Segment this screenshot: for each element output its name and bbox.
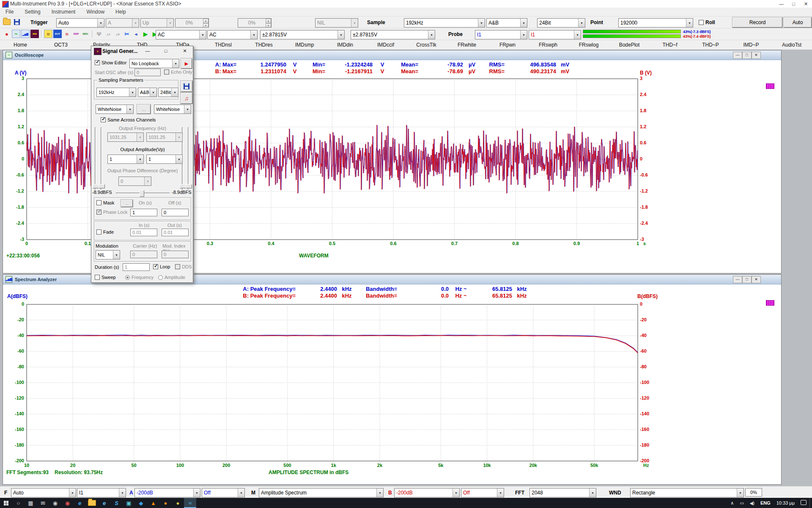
dds-checkbox[interactable]: DDS [175, 264, 192, 269]
mask-checkbox[interactable]: Mask [96, 200, 114, 205]
show-desktop-button[interactable] [809, 498, 812, 508]
tab-imd~p[interactable]: IMD~P [731, 40, 771, 50]
a-filter-dropdown[interactable]: Off▼ [202, 488, 245, 497]
clock[interactable]: 10:33 μμ [774, 500, 798, 505]
menu-window[interactable]: Window [81, 9, 110, 15]
close-icon[interactable]: ✕ [800, 0, 812, 8]
mask-off-input[interactable]: 0 [162, 209, 189, 216]
tab-oct3[interactable]: OCT3 [41, 40, 81, 50]
generator-run-button[interactable]: ▶ [181, 58, 192, 69]
minimize-icon[interactable]: — [143, 47, 152, 54]
coupling-a-dropdown[interactable]: AC▼ [156, 30, 206, 39]
sweep-amplitude-radio[interactable]: Amplitude [158, 275, 185, 280]
carrier-input[interactable]: 0 [130, 251, 157, 258]
record-button[interactable]: Record [732, 17, 782, 28]
tab-thdres[interactable]: THDres [244, 40, 284, 50]
level-slider-b-left[interactable] [101, 127, 102, 190]
tab-home[interactable]: Home [0, 40, 41, 50]
trigger-frequency-dropdown[interactable]: NIL▼ [315, 18, 358, 28]
roll-checkbox[interactable]: Roll [699, 19, 715, 25]
trigger-edge-dropdown[interactable]: Up▼ [140, 18, 174, 28]
tab-frwhite[interactable]: FRwhite [447, 40, 487, 50]
spinner-arrows[interactable]: ▲▼ [203, 19, 208, 27]
tab-thd~p[interactable]: THD~P [690, 40, 731, 50]
slider-handle[interactable] [186, 184, 192, 188]
skype-icon[interactable]: S [110, 498, 123, 508]
tab-audiotst[interactable]: AudioTst [771, 40, 812, 50]
waveform-b-dropdown[interactable]: WhiteNoise ▼ [154, 105, 191, 114]
show-editor-checkbox[interactable]: Show Editor [95, 60, 126, 65]
duration-input[interactable]: 1 [123, 263, 150, 271]
calibration-icon[interactable]: ✂ [123, 30, 131, 38]
microphone-icon[interactable]: Ψ [95, 30, 103, 38]
maximize-icon[interactable]: □ [787, 0, 800, 8]
minimize-icon[interactable]: — [733, 276, 742, 283]
minimize-icon[interactable]: — [733, 52, 742, 59]
ddp-viewer-icon[interactable]: DDP [72, 30, 80, 38]
chrome-icon[interactable]: ● [172, 498, 184, 508]
loop-checkbox[interactable]: Loop [153, 264, 170, 269]
menu-help[interactable]: Help [110, 9, 132, 15]
start-button[interactable] [0, 498, 12, 508]
frequency-a-dropdown[interactable]: 1031.25 ▼ [107, 133, 144, 142]
tray-chevron-icon[interactable]: ∧ [727, 500, 737, 506]
generator-rate-dropdown[interactable]: 192kHz ▼ [96, 88, 136, 97]
vscode-icon[interactable]: ◆ [135, 498, 147, 508]
trigger-source-dropdown[interactable]: A▼ [106, 18, 139, 28]
multimeter-marker-icon[interactable] [766, 300, 774, 306]
level-slider-b-right[interactable] [188, 127, 189, 190]
music-note-button[interactable]: ♫ [181, 93, 192, 104]
tab-thd~f[interactable]: THD~f [650, 40, 690, 50]
menu-setting[interactable]: Setting [19, 9, 46, 15]
firefox-icon[interactable]: ● [159, 498, 172, 508]
b-filter-dropdown[interactable]: Off▼ [461, 488, 504, 497]
signal-generator-icon[interactable]: ≈ [44, 30, 52, 38]
amplitude-b-dropdown[interactable]: 1 ▼ [146, 155, 183, 164]
media-player-icon[interactable]: ◉ [61, 498, 74, 508]
slider-handle[interactable] [140, 190, 144, 197]
trigger-delay-spinner[interactable]: 0%▲▼ [238, 18, 272, 28]
multi-instrument-icon[interactable]: ≈ [184, 498, 196, 508]
slider-handle[interactable] [93, 184, 99, 188]
save-signal-button[interactable] [181, 81, 192, 92]
tab-bodeplot[interactable]: BodePlot [609, 40, 650, 50]
bottom-probe-dropdown[interactable]: I1▼ [77, 488, 126, 497]
sample-bits-dropdown[interactable]: 24Bit▼ [537, 18, 585, 28]
start-osc-input[interactable]: 0 [134, 69, 161, 76]
probe-b-dropdown[interactable]: I1▼ [529, 30, 581, 39]
menu-instrument[interactable]: Instrument [46, 9, 81, 15]
open-folder-icon[interactable] [3, 18, 11, 26]
tab-thdnsl[interactable]: THDnsl [203, 40, 244, 50]
language-indicator[interactable]: ENG [757, 500, 774, 505]
sweep-frequency-radio[interactable]: Frequency [125, 275, 154, 280]
sample-channels-dropdown[interactable]: A&B▼ [486, 18, 527, 28]
mod-index-input[interactable]: 0 [162, 251, 189, 258]
save-icon[interactable] [13, 18, 21, 26]
trigger-mode-dropdown[interactable]: Auto▼ [56, 18, 104, 28]
maximize-icon[interactable]: □ [742, 52, 752, 59]
tab-imddin[interactable]: IMDdin [325, 40, 365, 50]
tab-frswph[interactable]: FRswph [528, 40, 568, 50]
photos-icon[interactable]: ▣ [123, 498, 135, 508]
mail-icon[interactable]: ✉ [37, 498, 49, 508]
volume-icon[interactable]: ◀) [747, 501, 757, 505]
task-view-icon[interactable]: ▦ [25, 498, 37, 508]
tab-imdccif[interactable]: IMDccif [365, 40, 406, 50]
auto-button[interactable]: Auto [784, 17, 812, 28]
trigger-level-spinner[interactable]: 0%▲▼ [175, 18, 209, 28]
window-type-dropdown[interactable]: Rectangle▼ [630, 488, 744, 497]
obs-studio-icon[interactable]: ◉ [49, 498, 61, 508]
display-mode-dropdown[interactable]: Amplitude Spectrum▼ [259, 488, 384, 497]
tab-crosstlk[interactable]: CrossTlk [406, 40, 447, 50]
ground-b-icon[interactable]: ⊥B [113, 30, 122, 38]
coupling-b-dropdown[interactable]: AC▼ [207, 30, 258, 39]
edge-icon[interactable]: e [74, 498, 86, 508]
waveform-a-dropdown[interactable]: WhiteNoise ▼ [96, 105, 134, 114]
amplitude-a-dropdown[interactable]: 1 ▼ [107, 155, 144, 164]
fade-checkbox[interactable]: Fade [96, 229, 114, 235]
tab-frswlog[interactable]: FRswlog [568, 40, 609, 50]
maximize-icon[interactable]: □ [161, 47, 170, 54]
sample-rate-dropdown[interactable]: 192kHz▼ [404, 18, 485, 28]
record-dot-icon[interactable]: ● [3, 30, 11, 38]
search-icon[interactable]: ○ [12, 498, 25, 508]
